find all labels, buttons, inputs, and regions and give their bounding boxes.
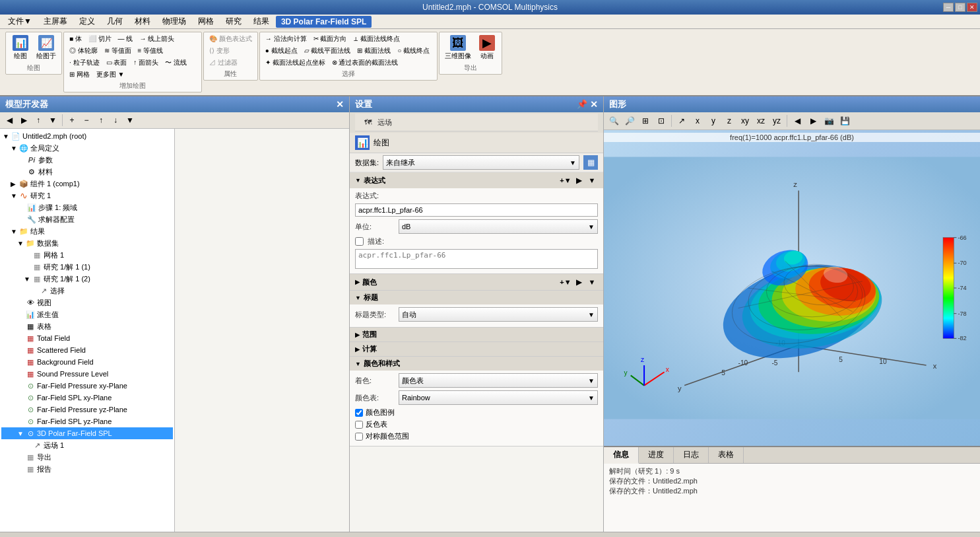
- model-tree[interactable]: ▼ 📄 Untitled2.mph (root) ▼ 🌐 全局定义 Pi 参数: [0, 129, 175, 532]
- tree-global-def[interactable]: ▼ 🌐 全局定义: [1, 142, 173, 154]
- coloring-dropdown[interactable]: 颜色表 ▼: [399, 373, 598, 388]
- expression-input[interactable]: [355, 203, 598, 217]
- color-more-btn[interactable]: ▼: [586, 276, 598, 288]
- symmetric-checkbox[interactable]: [355, 433, 363, 441]
- tree-derived[interactable]: 📊 派生值: [1, 308, 173, 320]
- expand-sol1-2[interactable]: ▼: [24, 275, 32, 283]
- gfx-view-y[interactable]: y: [706, 114, 721, 128]
- reverse-checkbox[interactable]: [355, 421, 363, 429]
- expand-root[interactable]: ▼: [3, 133, 11, 140]
- btn-mesh[interactable]: ⊞ 网格: [67, 69, 92, 80]
- tree-step1[interactable]: 📊 步骤 1: 频域: [1, 201, 173, 213]
- title-section-header[interactable]: ▼ 标题: [350, 291, 603, 304]
- expand-datasets[interactable]: ▼: [17, 240, 25, 247]
- btn-through-surface[interactable]: ⊗ 通过表面的截面法线: [329, 57, 401, 68]
- gfx-zoom-out[interactable]: 🔎: [622, 114, 637, 128]
- menu-file[interactable]: 文件▼: [3, 15, 37, 28]
- tree-sol1-1[interactable]: ▦ 研究 1/解 1 (1): [1, 261, 173, 273]
- menu-home[interactable]: 主屏幕: [38, 15, 73, 28]
- range-section-header[interactable]: ▶ 范围: [350, 328, 603, 341]
- gfx-view-z[interactable]: z: [722, 114, 736, 128]
- mid-panel-close[interactable]: ✕: [590, 99, 598, 110]
- btn-volume[interactable]: ■ 体: [67, 34, 84, 44]
- btn-contour[interactable]: ≡ 等值线: [135, 46, 166, 56]
- tree-ff-press-yz[interactable]: ⊙ Far-Field Pressure yz-Plane: [1, 404, 173, 415]
- tab-table[interactable]: 表格: [709, 447, 744, 463]
- tree-solver-config[interactable]: 🔧 求解器配置: [1, 213, 173, 225]
- btn-face-arrow[interactable]: ↑ 面箭头: [131, 57, 161, 68]
- plot-button[interactable]: 📊 绘图: [9, 34, 32, 62]
- menu-define[interactable]: 定义: [74, 15, 100, 28]
- expr-more-btn[interactable]: ▼: [586, 174, 598, 186]
- gfx-view-xz[interactable]: xz: [754, 114, 768, 128]
- expand-comp1[interactable]: ▶: [11, 180, 18, 188]
- btn-color-expr[interactable]: 🎨 颜色表达式: [207, 34, 255, 44]
- btn-line-start[interactable]: ● 截线起点: [263, 46, 300, 56]
- gfx-view-xy[interactable]: xy: [738, 114, 752, 128]
- compute-section-header[interactable]: ▶ 计算: [350, 342, 603, 356]
- expression-section-header[interactable]: ▼ 表达式 +▼ ▶ ▼: [350, 172, 603, 188]
- tree-comp1[interactable]: ▶ 📦 组件 1 (comp1): [1, 178, 173, 190]
- tree-far-field-1[interactable]: ↗ 远场 1: [1, 439, 173, 451]
- btn-along-normal[interactable]: → 沿法向计算: [263, 34, 310, 44]
- nav-up[interactable]: ↑: [32, 114, 45, 127]
- tree-report[interactable]: ▦ 报告: [1, 463, 173, 475]
- tree-results[interactable]: ▼ 📁 结果: [1, 225, 173, 237]
- expand-global[interactable]: ▼: [11, 145, 18, 152]
- menu-study[interactable]: 研究: [220, 15, 247, 28]
- nav-more[interactable]: ▼: [46, 114, 59, 127]
- tree-export[interactable]: ▦ 导出: [1, 451, 173, 463]
- nav-forward[interactable]: ▶: [17, 114, 30, 127]
- btn-filter[interactable]: ⊿ 过滤器: [207, 57, 240, 68]
- tool-more2[interactable]: ▼: [123, 114, 137, 127]
- tree-sol1-2[interactable]: ▼ ▦ 研究 1/解 1 (2): [1, 273, 173, 285]
- tree-total-field[interactable]: ▦ Total Field: [1, 332, 173, 344]
- tree-root[interactable]: ▼ 📄 Untitled2.mph (root): [1, 130, 173, 142]
- btn-isosurface[interactable]: ≋ 等值面: [102, 46, 134, 56]
- plot-on-button[interactable]: 📈 绘图于: [34, 34, 59, 62]
- tree-datasets[interactable]: ▼ 📁 数据集: [1, 237, 173, 249]
- color-section-header[interactable]: ▶ 颜色 +▼ ▶ ▼: [350, 274, 603, 290]
- gfx-export[interactable]: 💾: [837, 114, 852, 128]
- desc-checkbox[interactable]: [355, 237, 364, 246]
- tree-ff-press-xy[interactable]: ⊙ Far-Field Pressure xy-Plane: [1, 380, 173, 392]
- btn-particle[interactable]: · 粒子轨迹: [67, 57, 102, 68]
- color-table-dropdown[interactable]: Rainbow ▼: [399, 390, 598, 405]
- maximize-button[interactable]: □: [955, 3, 965, 12]
- color-style-header[interactable]: ▼ 颜色和样式: [350, 357, 603, 371]
- expand-study1[interactable]: ▼: [11, 192, 18, 199]
- menu-geometry[interactable]: 几何: [102, 15, 128, 28]
- gfx-scene[interactable]: ↗: [674, 114, 689, 128]
- color-add-btn[interactable]: +▼: [560, 276, 572, 288]
- menu-3d-polar[interactable]: 3D Polar Far-Field SPL: [276, 16, 372, 28]
- gfx-zoom-window[interactable]: ⊡: [654, 114, 669, 128]
- nav-back[interactable]: ◀: [3, 114, 16, 127]
- expr-add-btn[interactable]: +▼: [560, 174, 572, 186]
- minimize-button[interactable]: ─: [943, 3, 954, 12]
- tree-background-field[interactable]: ▦ Background Field: [1, 356, 173, 368]
- mid-plot-btn[interactable]: 📊: [355, 135, 370, 150]
- btn-line-plane[interactable]: ▱ 截线平面法线: [302, 46, 354, 56]
- btn-3d-image[interactable]: 🖼 三维图像: [442, 34, 474, 62]
- btn-line-end[interactable]: ○ 截线终点: [395, 46, 432, 56]
- color-run-btn[interactable]: ▶: [573, 276, 585, 288]
- menu-mesh[interactable]: 网格: [193, 15, 219, 28]
- gfx-next[interactable]: ▶: [806, 114, 820, 128]
- btn-streamline[interactable]: 〜 流线: [162, 57, 189, 68]
- btn-surface[interactable]: ▭ 表面: [104, 57, 130, 68]
- menu-results[interactable]: 结果: [248, 15, 275, 28]
- desc-textarea[interactable]: [355, 249, 598, 269]
- menu-physics[interactable]: 物理场: [157, 15, 191, 28]
- unit-dropdown[interactable]: dB ▼: [399, 219, 598, 234]
- expr-run-btn[interactable]: ▶: [573, 174, 585, 186]
- tool-move-up[interactable]: ↑: [94, 114, 108, 127]
- btn-more[interactable]: 更多图 ▼: [94, 69, 127, 80]
- btn-section-coord[interactable]: ✦ 截面法线起点坐标: [263, 57, 328, 68]
- btn-volume-contour[interactable]: ◎ 体轮廓: [67, 46, 100, 56]
- gfx-camera[interactable]: 📷: [822, 114, 836, 128]
- tree-material-global[interactable]: ⚙ 材料: [1, 166, 173, 178]
- tree-tables[interactable]: ▦ 表格: [1, 320, 173, 332]
- tree-study1[interactable]: ▼ ∿ 研究 1: [1, 190, 173, 201]
- tree-spl[interactable]: ▦ Sound Pressure Level: [1, 368, 173, 380]
- legend-checkbox[interactable]: [355, 409, 363, 417]
